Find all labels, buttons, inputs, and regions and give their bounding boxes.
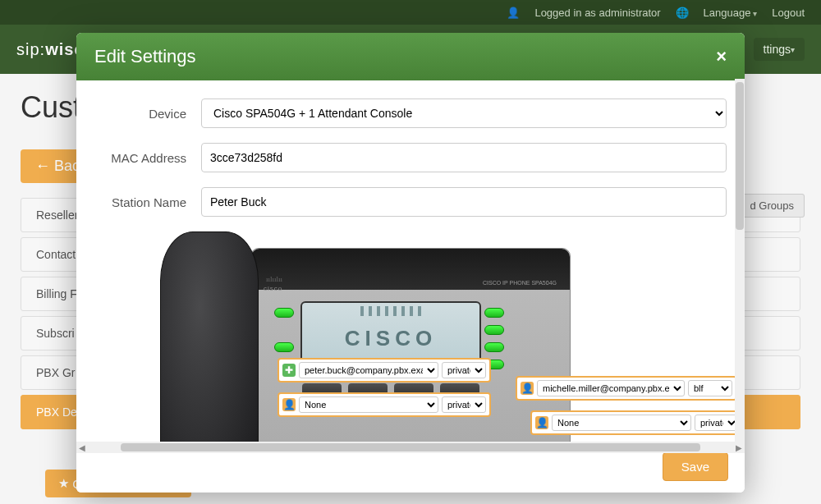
- linekey-1-subscriber-select[interactable]: peter.buck@company.pbx.examp: [299, 362, 438, 378]
- globe-icon: 🌐: [676, 7, 689, 19]
- linekey-3-popout: 👤 michelle.miller@company.pbx.ex blf: [516, 376, 737, 401]
- linekey-3-subscriber-select[interactable]: michelle.miller@company.pbx.ex: [537, 380, 685, 396]
- linekey-4-subscriber-select[interactable]: None: [552, 415, 691, 431]
- arrow-left-icon: ←: [35, 158, 54, 175]
- station-label: Station Name: [94, 195, 201, 209]
- person-icon: 👤: [282, 398, 296, 411]
- line-led-right-1[interactable]: [484, 308, 504, 318]
- logo: sip:wise: [16, 40, 85, 59]
- top-bar: 👤 Logged in as administrator 🌐 Language …: [0, 0, 821, 25]
- hscroll-thumb[interactable]: [121, 443, 700, 451]
- device-label: Device: [94, 107, 201, 121]
- linekey-3-mode-select[interactable]: blf: [688, 380, 732, 396]
- settings-menu[interactable]: ttings: [754, 38, 805, 61]
- linekey-2-subscriber-select[interactable]: None: [299, 396, 438, 413]
- horizontal-scrollbar[interactable]: ◀ ▶: [76, 442, 745, 453]
- star-icon: ★: [58, 476, 72, 491]
- screen-signal-icon: [302, 306, 479, 316]
- person-icon: 👤: [535, 416, 548, 429]
- linekey-1-mode-select[interactable]: private: [442, 362, 486, 378]
- screen-brand-text: CISCO: [345, 326, 437, 351]
- field-station: Station Name: [94, 187, 727, 217]
- close-icon[interactable]: ×: [716, 46, 727, 67]
- person-icon: 👤: [521, 382, 534, 395]
- modal-body: Device Cisco SPA504G + 1 Attendant Conso…: [76, 80, 745, 442]
- linekey-1-popout: ✚ peter.buck@company.pbx.examp private: [277, 358, 491, 383]
- mac-label: MAC Address: [94, 151, 201, 165]
- device-select[interactable]: Cisco SPA504G + 1 Attendant Console: [201, 99, 727, 128]
- scroll-right-icon[interactable]: ▶: [733, 443, 745, 452]
- plus-icon: ✚: [282, 364, 296, 377]
- linekey-4-popout: 👤 None private: [530, 410, 744, 435]
- save-button[interactable]: Save: [663, 452, 728, 481]
- linekey-4-mode-select[interactable]: private: [695, 415, 739, 431]
- line-led-right-2[interactable]: [484, 325, 504, 335]
- modal-header: Edit Settings ×: [76, 33, 745, 80]
- line-led-right-3[interactable]: [484, 342, 504, 352]
- line-led-left-1[interactable]: [274, 308, 294, 318]
- edit-settings-modal: Edit Settings × Device Cisco SPA504G + 1…: [76, 33, 745, 493]
- linekey-2-mode-select[interactable]: private: [442, 396, 486, 413]
- right-pill[interactable]: d Groups: [740, 199, 805, 212]
- logged-in-text: Logged in as administrator: [534, 7, 660, 19]
- cisco-bars-icon: ıılıılıı: [266, 275, 282, 283]
- station-input[interactable]: [201, 187, 727, 217]
- field-device: Device Cisco SPA504G + 1 Attendant Conso…: [94, 99, 727, 128]
- mac-input[interactable]: [201, 143, 727, 172]
- phone-model-label: CISCO IP PHONE SPA504G: [483, 280, 557, 286]
- scroll-left-icon[interactable]: ◀: [76, 443, 88, 452]
- language-menu[interactable]: Language: [704, 7, 758, 19]
- vertical-scrollbar[interactable]: [735, 79, 745, 442]
- line-led-left-2[interactable]: [274, 342, 294, 352]
- logout-link[interactable]: Logout: [772, 7, 805, 19]
- handset: [152, 231, 267, 442]
- vscroll-thumb[interactable]: [736, 82, 744, 230]
- handset-body: [160, 231, 259, 442]
- user-icon: 👤: [507, 7, 520, 19]
- modal-title: Edit Settings: [94, 46, 196, 67]
- field-mac: MAC Address: [94, 143, 727, 172]
- linekey-2-popout: 👤 None private: [277, 392, 491, 417]
